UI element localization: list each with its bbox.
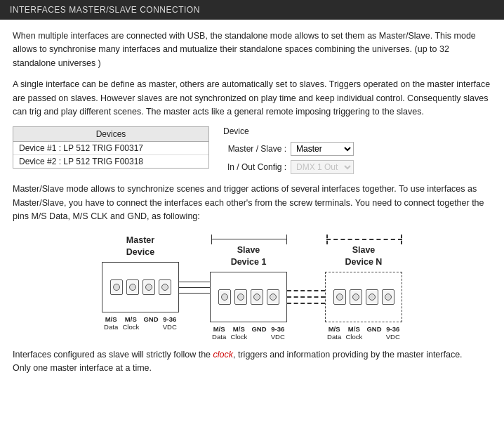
master-slave-row: Master / Slave : Master Slave	[223, 142, 354, 156]
p2-text: A single interface can be define as mast…	[13, 79, 490, 117]
slave1-pin-3	[251, 289, 263, 305]
devices-config-section: Devices Device #1 : LP 512 TRIG F00317 D…	[13, 126, 491, 174]
master-label: Master Device	[126, 235, 154, 258]
master-pins	[110, 279, 171, 295]
slave1-pin-4	[267, 289, 279, 305]
connector-master-slave1	[179, 262, 210, 312]
devices-header-label: Devices	[13, 127, 208, 142]
slaveN-pin-1	[333, 289, 346, 305]
page-header: INTERFACES MASTER/SLAVE CONNECTION	[0, 0, 504, 20]
in-out-label: In / Out Config :	[223, 162, 286, 172]
device-config-header: Device	[223, 126, 354, 136]
slaveN-top-connector	[325, 235, 402, 244]
bottom-note: Interfaces configured as slave will stri…	[13, 348, 491, 376]
master-device-box	[102, 262, 179, 312]
master-pin-labels: M/S Data M/S Clock GND 9-36 VDC	[102, 315, 179, 331]
master-slave-label: Master / Slave :	[223, 144, 286, 154]
device-config-panel: Device Master / Slave : Master Slave In …	[223, 126, 354, 174]
main-content: When multiple interfaces are connected w…	[0, 20, 504, 385]
slaveN-device-box	[325, 272, 402, 322]
slave1-pin-1	[218, 289, 231, 305]
p4-italic1: clock	[213, 350, 233, 360]
master-slave-select[interactable]: Master Slave	[291, 142, 354, 156]
slaveN-pin-labels: M/S Data M/S Clock GND 9-36 VDC	[325, 325, 402, 341]
p4-pre: Interfaces configured as slave will stri…	[13, 350, 213, 360]
master-pin-1	[110, 279, 123, 295]
diagram-section: Master Device M/S Data	[13, 235, 491, 341]
p3-text: Master/Slave mode allows to synchronize …	[13, 184, 484, 221]
header-title: INTERFACES MASTER/SLAVE CONNECTION	[10, 5, 200, 15]
in-out-row: In / Out Config : DMX 1 Out DMX 1 In	[223, 160, 354, 174]
master-pin-2	[126, 279, 139, 295]
slave1-label: Slave Device 1	[231, 244, 267, 268]
master-pin-4	[159, 279, 171, 295]
slave1-pin-labels: M/S Data M/S Clock GND 9-36 VDC	[210, 325, 287, 341]
paragraph-2: A single interface can be define as mast…	[13, 78, 491, 119]
slaveN-pin-2	[350, 289, 362, 305]
slaveN-label: Slave Device N	[345, 244, 383, 268]
paragraph-3: Master/Slave mode allows to synchronize …	[13, 183, 491, 223]
master-device-col: Master Device M/S Data	[102, 235, 179, 331]
master-pin-3	[142, 279, 155, 295]
slave1-pins	[218, 289, 279, 305]
paragraph-1: When multiple interfaces are connected w…	[13, 29, 491, 70]
device-item-2[interactable]: Device #2 : LP 512 TRIG F00318	[13, 155, 208, 168]
slaveN-pins	[333, 289, 394, 305]
slaveN-pin-3	[366, 289, 378, 305]
p1-text: When multiple interfaces are connected w…	[13, 31, 476, 68]
slave1-device-box	[210, 272, 287, 322]
slaveN-device-col: Slave Device N M/S Data	[325, 235, 402, 341]
p4-line2: Only one master interface at a time.	[13, 363, 152, 373]
slave1-device-col: Slave Device 1 M/S Data	[210, 235, 287, 341]
p4-mid: , triggers and information providing by …	[233, 350, 463, 360]
slave1-pin-2	[234, 289, 247, 305]
connector-slave1-slaveN	[287, 272, 325, 322]
in-out-select[interactable]: DMX 1 Out DMX 1 In	[291, 160, 354, 174]
devices-box: Devices Device #1 : LP 512 TRIG F00317 D…	[13, 126, 209, 174]
device-item-1[interactable]: Device #1 : LP 512 TRIG F00317	[13, 142, 208, 155]
slaveN-pin-4	[382, 289, 394, 305]
slave1-top-connector	[210, 235, 287, 244]
